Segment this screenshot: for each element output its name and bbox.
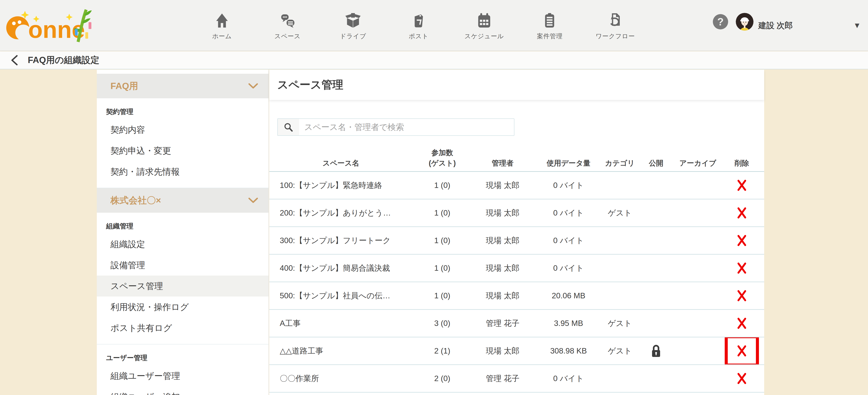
cell-public bbox=[636, 227, 676, 254]
cell-members: 3 (0) bbox=[412, 310, 472, 337]
header-label: 参加数 bbox=[432, 147, 453, 158]
case-icon bbox=[541, 13, 558, 29]
table-row: 300:【サンプル】フリートーク 1 (0) 現場 太郎 0 バイト bbox=[269, 227, 764, 255]
cell-members: 2 (0) bbox=[412, 365, 472, 392]
header-space-name: スペース名 bbox=[269, 147, 412, 171]
cell-public bbox=[636, 365, 676, 392]
cell-members: 1 (0) bbox=[412, 282, 472, 309]
sidebar-item-usage-log[interactable]: 利用状況・操作ログ bbox=[97, 297, 269, 317]
sidebar-item-org-user-management[interactable]: 組織ユーザー管理 bbox=[97, 365, 269, 386]
sidebar-item-equipment[interactable]: 設備管理 bbox=[97, 255, 269, 276]
sidebar-item-post-share-log[interactable]: ポスト共有ログ bbox=[97, 317, 269, 338]
cell-data-usage: 0 バイト bbox=[533, 365, 604, 392]
delete-icon[interactable] bbox=[737, 234, 747, 247]
cell-public bbox=[636, 255, 676, 282]
table-row: 〇〇作業所 2 (0) 管理 花子 0 バイト bbox=[269, 365, 764, 393]
schedule-icon bbox=[476, 13, 492, 29]
sidebar-item-org-user-add[interactable]: 組織ユーザー追加 bbox=[97, 386, 269, 395]
nav-item-label: ワークフロー bbox=[596, 32, 635, 40]
cell-members: 2 (1) bbox=[412, 337, 472, 364]
cell-public bbox=[636, 172, 676, 199]
cell-data-usage: 3.95 MB bbox=[533, 310, 604, 337]
table-row: A工事 3 (0) 管理 花子 3.95 MB ゲスト bbox=[269, 310, 764, 337]
cell-archive bbox=[676, 199, 719, 226]
delete-icon[interactable] bbox=[737, 207, 747, 219]
cell-members: 1 (0) bbox=[412, 255, 472, 282]
cell-admin: 管理 花子 bbox=[472, 310, 533, 337]
search-icon bbox=[284, 122, 293, 132]
user-name[interactable]: 建設 次郎 bbox=[758, 0, 793, 51]
nav-item-home[interactable]: ホーム bbox=[189, 0, 255, 51]
chevron-down-icon bbox=[248, 83, 258, 89]
nav-item-label: ドライブ bbox=[340, 32, 366, 40]
sidebar-item-contract-details[interactable]: 契約内容 bbox=[97, 119, 269, 140]
cell-archive bbox=[676, 310, 719, 337]
cell-admin: 現場 太郎 bbox=[472, 199, 533, 226]
cell-admin: 現場 太郎 bbox=[472, 172, 533, 199]
header-archive: アーカイブ bbox=[676, 147, 719, 171]
header-label: 削除 bbox=[735, 158, 749, 168]
space-search-input[interactable]: スペース名・管理者で検索 bbox=[277, 118, 515, 136]
top-navigation-bar: onne ホーム bbox=[0, 0, 868, 51]
app-root: onne ホーム bbox=[0, 0, 868, 395]
cell-delete bbox=[719, 365, 764, 392]
delete-icon[interactable] bbox=[737, 179, 747, 192]
cell-category bbox=[604, 227, 636, 254]
help-question-mark: ? bbox=[717, 16, 724, 28]
cell-delete bbox=[719, 227, 764, 254]
sidebar-divider bbox=[97, 344, 269, 344]
sidebar-group-org: 組織管理 bbox=[106, 222, 269, 231]
delete-icon[interactable] bbox=[737, 289, 747, 302]
header-label: アーカイブ bbox=[679, 158, 716, 168]
space-table: スペース名 参加数 (ゲスト) 管理者 使用データ量 カテゴリ 公開 アーカイブ… bbox=[269, 147, 764, 393]
header-admin: 管理者 bbox=[472, 147, 533, 171]
cell-space-name: 100:【サンプル】緊急時連絡 bbox=[269, 172, 412, 199]
search-icon-box bbox=[278, 119, 299, 135]
header-public: 公開 bbox=[636, 147, 676, 171]
sidebar-item-space-management[interactable]: スペース管理 bbox=[97, 276, 269, 297]
header-label: カテゴリ bbox=[605, 158, 634, 168]
nav-item-workflow[interactable]: ワークフロー bbox=[582, 0, 648, 51]
nav-item-drive[interactable]: ドライブ bbox=[320, 0, 386, 51]
sidebar-item-contract-billing[interactable]: 契約・請求先情報 bbox=[97, 161, 269, 182]
home-icon bbox=[214, 13, 230, 29]
cell-admin: 現場 太郎 bbox=[472, 282, 533, 309]
sidebar-org-faq[interactable]: FAQ用 bbox=[97, 74, 269, 98]
nav-item-label: ポスト bbox=[409, 32, 429, 40]
cell-data-usage: 0 バイト bbox=[533, 199, 604, 226]
sidebar-item-org-settings[interactable]: 組織設定 bbox=[97, 234, 269, 255]
main-panel: スペース管理 スペース名・管理者で検索 スペース名 参加数 (ゲスト) 管理者 … bbox=[269, 70, 764, 395]
header-category: カテゴリ bbox=[604, 147, 636, 171]
sidebar-org-label: FAQ用 bbox=[111, 80, 138, 92]
avatar[interactable] bbox=[736, 13, 753, 31]
cell-archive bbox=[676, 227, 719, 254]
nav-item-case[interactable]: 案件管理 bbox=[517, 0, 583, 51]
sidebar-org-company[interactable]: 株式会社〇× bbox=[97, 188, 269, 213]
cell-members: 1 (0) bbox=[412, 172, 472, 199]
conne-logo[interactable]: onne bbox=[6, 5, 94, 46]
cell-space-name: 300:【サンプル】フリートーク bbox=[269, 227, 412, 254]
nav-item-post[interactable]: ポスト bbox=[386, 0, 452, 51]
nav-item-schedule[interactable]: スケジュール bbox=[452, 0, 517, 51]
page-title-band: スペース管理 bbox=[269, 70, 764, 100]
sidebar-item-contract-apply[interactable]: 契約申込・変更 bbox=[97, 140, 269, 161]
cell-space-name: △△道路工事 bbox=[269, 337, 412, 364]
delete-icon[interactable] bbox=[737, 372, 747, 385]
user-menu-caret-icon[interactable]: ▼ bbox=[853, 0, 861, 51]
back-chevron-icon[interactable] bbox=[10, 55, 19, 65]
delete-icon[interactable] bbox=[737, 345, 747, 357]
cell-data-usage: 308.98 KB bbox=[533, 337, 604, 364]
cell-delete bbox=[719, 282, 764, 309]
nav-item-space[interactable]: スペース bbox=[255, 0, 320, 51]
cell-category: ゲスト bbox=[604, 337, 636, 364]
sidebar-group-user: ユーザー管理 bbox=[106, 353, 269, 363]
cell-archive bbox=[676, 282, 719, 309]
cell-admin: 管理 花子 bbox=[472, 365, 533, 392]
delete-icon[interactable] bbox=[737, 262, 747, 274]
chevron-down-icon bbox=[248, 197, 258, 203]
header-label: 公開 bbox=[649, 158, 663, 168]
help-icon[interactable]: ? bbox=[713, 14, 728, 29]
workflow-icon bbox=[607, 13, 623, 29]
space-table-header: スペース名 参加数 (ゲスト) 管理者 使用データ量 カテゴリ 公開 アーカイブ… bbox=[269, 147, 764, 172]
delete-icon[interactable] bbox=[737, 317, 747, 330]
